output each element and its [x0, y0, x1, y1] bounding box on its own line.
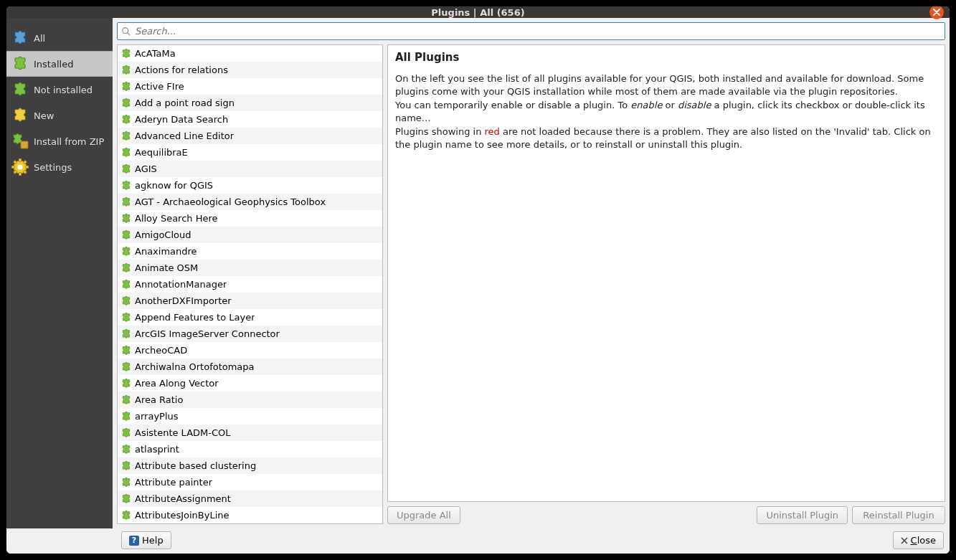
- svg-rect-9: [12, 166, 15, 169]
- sidebar-item-label: Installed: [34, 59, 73, 70]
- plugin-puzzle-icon: [120, 477, 132, 488]
- plugin-label: Asistente LADM-COL: [135, 427, 231, 438]
- plugin-label: AttributeAssignment: [135, 493, 231, 504]
- plugin-item[interactable]: Archiwalna Ortofotomapa: [118, 359, 382, 375]
- plugin-puzzle-icon: [120, 98, 132, 109]
- plugin-item[interactable]: atlasprint: [118, 441, 382, 457]
- plugin-puzzle-icon: [120, 147, 132, 158]
- window-title: Plugins | All (656): [431, 7, 524, 18]
- plugin-label: AequilibraE: [135, 147, 188, 158]
- plugin-item[interactable]: Animate OSM: [118, 260, 382, 276]
- sidebar-item-not-installed[interactable]: Not installed: [6, 77, 113, 103]
- plugin-item[interactable]: Area Along Vector: [118, 375, 382, 391]
- plugin-label: Attribute painter: [135, 477, 212, 488]
- plugin-item[interactable]: AttributesJoinByLine: [118, 507, 382, 523]
- detail-p1: On the left you see the list of all plug…: [395, 72, 937, 98]
- plugin-item[interactable]: Area Ratio: [118, 391, 382, 408]
- plugin-label: Actions for relations: [135, 65, 228, 75]
- plugin-puzzle-icon: [120, 246, 132, 257]
- plugin-label: ArcheoCAD: [135, 345, 187, 356]
- plugin-label: arrayPlus: [135, 411, 179, 422]
- sidebar-item-new[interactable]: New: [6, 103, 113, 128]
- plugin-label: Active FIre: [135, 81, 184, 92]
- sidebar-item-settings[interactable]: Settings: [6, 154, 113, 180]
- plugin-item[interactable]: AGIS: [118, 161, 382, 177]
- plugin-item[interactable]: AequilibraE: [118, 144, 382, 161]
- plugin-puzzle-icon: [120, 411, 132, 422]
- plugin-item[interactable]: Active FIre: [118, 78, 382, 95]
- plugin-item[interactable]: Attribute based clustering: [118, 457, 382, 474]
- search-input[interactable]: [135, 23, 945, 39]
- close-button[interactable]: Close: [893, 531, 944, 549]
- plugin-item[interactable]: AmigoCloud: [118, 227, 382, 243]
- plugin-item[interactable]: Aderyn Data Search: [118, 111, 382, 128]
- plugin-label: Animate OSM: [135, 262, 198, 273]
- plugin-puzzle-icon: [120, 163, 132, 175]
- svg-rect-6: [23, 170, 27, 174]
- detail-panel: All Plugins On the left you see the list…: [387, 44, 945, 524]
- plugin-puzzle-icon: [120, 493, 132, 505]
- plugin-item[interactable]: agknow for QGIS: [118, 177, 382, 194]
- plugin-item[interactable]: AcATaMa: [118, 45, 382, 62]
- plugin-label: Add a point road sign: [135, 98, 235, 108]
- plugin-label: AcATaMa: [135, 48, 176, 59]
- sidebar-item-installed[interactable]: Installed: [6, 51, 113, 77]
- help-label: Help: [142, 535, 164, 546]
- plugin-item[interactable]: Alloy Search Here: [118, 210, 382, 227]
- plugin-puzzle-icon: [120, 114, 132, 125]
- plugin-item[interactable]: arrayPlus: [118, 408, 382, 424]
- plugin-item[interactable]: Add a point road sign: [118, 95, 382, 111]
- upgrade-all-button[interactable]: Upgrade All: [387, 506, 460, 524]
- plugin-puzzle-icon: [120, 427, 132, 439]
- plugin-list[interactable]: AcATaMaActions for relationsActive FIreA…: [118, 45, 382, 523]
- plugin-item[interactable]: Append Features to Layer: [118, 309, 382, 326]
- plugin-puzzle-icon: [120, 279, 132, 290]
- reinstall-plugin-button[interactable]: Reinstall Plugin: [852, 506, 945, 524]
- plugin-manager-window: Plugins | All (656) AllInstalledNot inst…: [6, 6, 950, 554]
- split-area: AcATaMaActions for relationsActive FIreA…: [117, 44, 945, 524]
- svg-rect-0: [21, 141, 28, 148]
- detail-buttons: Upgrade All Uninstall Plugin Reinstall P…: [387, 502, 945, 524]
- plugin-item[interactable]: Advanced Line Editor: [118, 128, 382, 144]
- plugin-item[interactable]: AGT - Archaeological Geophysics Toolbox: [118, 194, 382, 210]
- plugin-puzzle-icon: [120, 262, 132, 274]
- plugin-puzzle-icon: [120, 328, 132, 340]
- plugin-item[interactable]: Actions for relations: [118, 62, 382, 78]
- sidebar-item-install-from-zip[interactable]: Install from ZIP: [6, 128, 113, 154]
- detail-text: All Plugins On the left you see the list…: [387, 44, 945, 502]
- plugin-item[interactable]: Anaximandre: [118, 243, 382, 260]
- puzzle-yellow-star-icon: [11, 106, 29, 125]
- plugin-puzzle-icon: [120, 81, 132, 92]
- plugin-item[interactable]: AnotherDXFImporter: [118, 293, 382, 309]
- svg-rect-4: [23, 161, 27, 164]
- plugin-item[interactable]: Attribute painter: [118, 474, 382, 490]
- sidebar-item-all[interactable]: All: [6, 25, 113, 51]
- plugin-label: AnnotationManager: [135, 279, 227, 290]
- window-close-button[interactable]: [929, 6, 944, 19]
- search-field-wrap[interactable]: [117, 22, 945, 40]
- plugin-label: Area Along Vector: [135, 378, 219, 389]
- plugin-puzzle-icon: [120, 378, 132, 389]
- plugin-item[interactable]: ArcheoCAD: [118, 342, 382, 359]
- plugin-label: AttributesJoinByLine: [135, 510, 229, 521]
- plugin-item[interactable]: AnnotationManager: [118, 276, 382, 293]
- uninstall-plugin-button[interactable]: Uninstall Plugin: [757, 506, 848, 524]
- plugin-puzzle-icon: [120, 361, 132, 373]
- plugin-puzzle-icon: [120, 180, 132, 191]
- help-icon: ?: [129, 536, 139, 546]
- plugin-item[interactable]: AttributeAssignment: [118, 490, 382, 507]
- plugin-item[interactable]: Asistente LADM-COL: [118, 424, 382, 441]
- plugin-item[interactable]: ArcGIS ImageServer Connector: [118, 326, 382, 342]
- plugin-label: Attribute based clustering: [135, 460, 256, 471]
- detail-p2: You can temporarily enable or disable a …: [395, 99, 937, 124]
- help-button[interactable]: ? Help: [121, 531, 171, 549]
- plugin-label: ArcGIS ImageServer Connector: [135, 328, 280, 339]
- body: AllInstalledNot installedNewInstall from…: [6, 18, 950, 554]
- sidebar-item-label: Install from ZIP: [34, 136, 104, 147]
- detail-p3: Plugins showing in red are not loaded be…: [395, 125, 937, 151]
- plugin-puzzle-icon: [120, 345, 132, 356]
- main-area: AllInstalledNot installedNewInstall from…: [6, 18, 950, 528]
- plugin-label: Area Ratio: [135, 394, 183, 405]
- puzzle-green-icon: [11, 80, 29, 99]
- plugin-puzzle-icon: [120, 444, 132, 455]
